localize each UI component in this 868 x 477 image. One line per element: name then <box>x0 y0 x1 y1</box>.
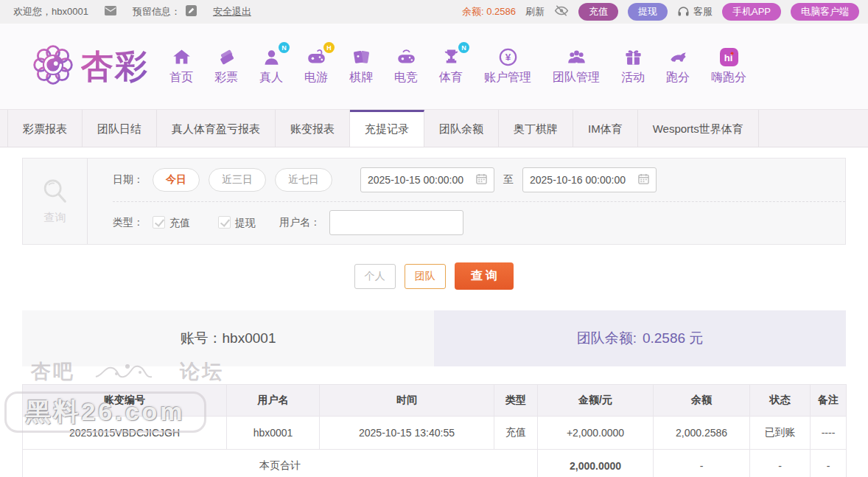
col-change-id: 账变编号 <box>23 385 227 417</box>
tab-aoding-cards[interactable]: 奥丁棋牌 <box>499 110 573 147</box>
tab-wesports[interactable]: Wesports世界体育 <box>638 110 759 147</box>
nav-item-lottery[interactable]: 彩票 <box>214 47 238 86</box>
cell-username: hbx0001 <box>227 417 320 450</box>
logout-link[interactable]: 安全退出 <box>213 5 251 18</box>
tab-account-change[interactable]: 账变报表 <box>276 110 350 147</box>
col-balance: 余额 <box>654 385 750 417</box>
records-table: 账变编号 用户名 时间 类型 金额/元 余额 状态 备注 20251015VBD… <box>22 384 847 477</box>
mail-icon[interactable] <box>105 6 116 18</box>
rhino-icon <box>668 47 688 67</box>
nav-item-hi-paofen[interactable]: hi 嗨跑分 <box>711 47 746 86</box>
hot-badge: H <box>323 42 335 53</box>
quick-range-3days[interactable]: 近三日 <box>209 168 266 192</box>
tab-deposit-withdraw-records[interactable]: 充提记录 <box>350 110 424 147</box>
calendar-icon[interactable] <box>476 173 487 187</box>
table-row: 20251015VBDCJICJGH hbx0001 2025-10-15 13… <box>23 417 847 450</box>
refresh-link[interactable]: 刷新 <box>525 5 545 18</box>
nav-item-cards[interactable]: 棋牌 <box>349 47 373 86</box>
username-label: 用户名： <box>279 216 321 229</box>
brand-logo[interactable]: 杏彩 <box>31 43 149 90</box>
date-from-input[interactable] <box>368 174 471 186</box>
account-number-panel: 账号： hbx0001 <box>22 310 434 366</box>
cell-time: 2025-10-15 13:40:55 <box>320 417 494 450</box>
site-header: 杏彩 首页 彩票 N 真人 H 电游 棋牌 <box>0 24 868 109</box>
gamepad2-icon <box>396 47 416 67</box>
cell-remark: ---- <box>811 417 847 450</box>
tab-im-sports[interactable]: IM体育 <box>573 110 638 147</box>
col-time: 时间 <box>320 385 494 417</box>
footer-status: - <box>750 450 811 477</box>
footer-label: 本页合计 <box>23 450 538 477</box>
team-button[interactable]: 团队 <box>405 264 446 289</box>
edit-icon[interactable] <box>186 5 197 18</box>
filter-panel: 查询 日期： 今日 近三日 近七日 至 <box>22 158 846 245</box>
quick-range-7days[interactable]: 近七日 <box>275 168 332 192</box>
tab-lottery-report[interactable]: 彩票报表 <box>7 110 83 147</box>
cards-icon <box>351 47 371 67</box>
mobile-app-button[interactable]: 手机APP <box>722 3 781 21</box>
main-nav: 首页 彩票 N 真人 H 电游 棋牌 电竞 <box>169 47 746 86</box>
search-button[interactable]: 查 询 <box>455 262 514 290</box>
eye-slash-icon[interactable] <box>554 4 569 19</box>
deposit-button[interactable]: 充值 <box>578 3 618 21</box>
balance-label: 余额: <box>462 6 484 17</box>
date-to-field[interactable] <box>522 167 657 192</box>
date-from-field[interactable] <box>360 167 494 192</box>
nav-item-live[interactable]: N 真人 <box>259 47 283 86</box>
nav-item-paofen[interactable]: 跑分 <box>666 47 690 86</box>
footer-balance: - <box>654 450 750 477</box>
recharge-checkbox[interactable] <box>153 216 165 229</box>
hi-app-icon: hi <box>719 47 739 67</box>
customer-service-link[interactable]: 客服 <box>677 5 713 19</box>
main-content: 查询 日期： 今日 近三日 近七日 至 <box>0 147 868 477</box>
home-icon <box>172 47 192 67</box>
date-to-input[interactable] <box>530 174 633 186</box>
withdraw-checkbox-label: 提现 <box>235 217 256 229</box>
account-summary: 账号： hbx0001 团队余额: 0.2586 元 <box>22 310 846 366</box>
pc-client-button[interactable]: 电脑客户端 <box>791 3 859 21</box>
withdraw-button[interactable]: 提现 <box>628 3 668 21</box>
balance-value: 0.2586 <box>486 6 516 17</box>
flower-logo-icon <box>31 43 75 90</box>
people-icon <box>567 47 587 67</box>
gift-icon <box>623 47 643 67</box>
username-input[interactable] <box>329 210 463 235</box>
search-icon <box>41 178 70 207</box>
cell-amount: +2,000.0000 <box>538 417 654 450</box>
account-value: hbx0001 <box>223 330 276 347</box>
withdraw-checkbox[interactable] <box>218 216 231 229</box>
top-bar: 欢迎您，hbx0001 预留信息： 安全退出 余额: 0.2586 刷新 充值 … <box>0 0 868 24</box>
tab-team-daily[interactable]: 团队日结 <box>83 110 157 147</box>
to-label: 至 <box>503 173 514 187</box>
action-button-row: 个人 团队 查 询 <box>0 262 868 290</box>
date-label: 日期： <box>113 173 144 187</box>
table-footer-row: 本页合计 2,000.0000 - - - <box>23 450 847 477</box>
calendar-icon[interactable] <box>638 173 649 187</box>
filter-side-label: 查询 <box>23 159 88 244</box>
cell-balance: 2,000.2586 <box>654 417 750 450</box>
col-username: 用户名 <box>227 385 320 417</box>
account-label: 账号： <box>181 329 223 348</box>
tab-team-balance[interactable]: 团队余额 <box>424 110 499 147</box>
col-status: 状态 <box>750 385 811 417</box>
ticket-icon <box>217 47 237 67</box>
nav-item-promotions[interactable]: 活动 <box>621 47 645 86</box>
quick-range-today[interactable]: 今日 <box>153 168 200 192</box>
nav-item-egames[interactable]: H 电游 <box>304 47 328 86</box>
trophy-icon <box>441 47 461 67</box>
nav-item-esports[interactable]: 电竞 <box>394 47 418 86</box>
cell-change-id: 20251015VBDCJICJGH <box>23 417 227 450</box>
brand-name: 杏彩 <box>81 45 149 88</box>
nav-item-home[interactable]: 首页 <box>169 47 193 86</box>
welcome-text: 欢迎您，hbx0001 <box>13 5 88 18</box>
table-header-row: 账变编号 用户名 时间 类型 金额/元 余额 状态 备注 <box>23 385 847 417</box>
coin-icon: ¥ <box>498 47 518 67</box>
personal-button[interactable]: 个人 <box>354 264 396 289</box>
col-amount: 金额/元 <box>538 385 654 417</box>
nav-item-sports[interactable]: N 体育 <box>439 47 463 86</box>
tab-live-sports-pnl[interactable]: 真人体育盈亏报表 <box>157 110 276 147</box>
page: 欢迎您，hbx0001 预留信息： 安全退出 余额: 0.2586 刷新 充值 … <box>0 0 868 477</box>
nav-item-team-management[interactable]: 团队管理 <box>553 47 600 86</box>
footer-remark: - <box>811 450 847 477</box>
nav-item-account-management[interactable]: ¥ 账户管理 <box>484 47 531 86</box>
